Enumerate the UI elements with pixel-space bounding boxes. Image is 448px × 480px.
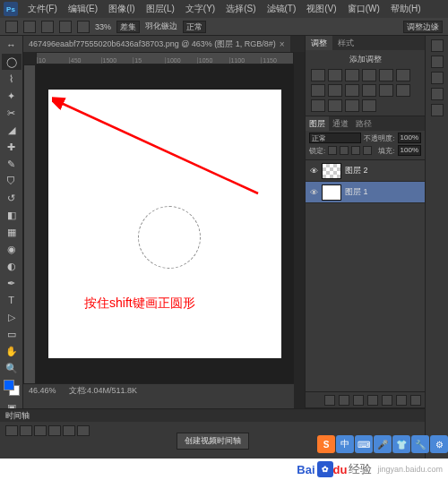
selection-mode[interactable]: 差集 [116, 21, 140, 33]
adjustment-layer-icon[interactable] [367, 395, 378, 406]
selmode-intersect[interactable] [77, 21, 90, 33]
ime-skin-icon[interactable]: 👕 [392, 435, 410, 453]
collapsed-panel-icon[interactable] [431, 72, 444, 84]
brightness-icon[interactable] [311, 69, 325, 81]
menu-type[interactable]: 文字(Y) [181, 3, 220, 15]
lock-all-icon[interactable] [363, 146, 372, 155]
hand-tool[interactable]: ✋ [2, 343, 22, 359]
document-tab[interactable]: 467496eaabf77555020b6436af38703.png @ 46… [23, 36, 290, 52]
first-frame-icon[interactable] [5, 425, 18, 436]
fg-color[interactable] [4, 380, 14, 390]
blur-tool[interactable]: ◉ [2, 241, 22, 257]
refine-edge-button[interactable]: 调整边缘 [403, 21, 443, 33]
bw-icon[interactable] [328, 84, 342, 97]
layer-name[interactable]: 图层 2 [345, 165, 368, 176]
group-icon[interactable] [382, 395, 392, 406]
pen-tool[interactable]: ✒ [2, 275, 22, 291]
adjustments-tab[interactable]: 调整 [306, 36, 332, 50]
layer-item[interactable]: 👁 图层 2 [306, 160, 425, 182]
layer-thumbnail[interactable] [322, 163, 341, 179]
zoom-level[interactable]: 46.46% [29, 386, 56, 395]
dodge-tool[interactable]: ◐ [2, 258, 22, 274]
menu-image[interactable]: 图像(I) [104, 3, 139, 15]
wand-tool[interactable]: ✦ [2, 88, 22, 104]
menu-help[interactable]: 帮助(H) [386, 3, 426, 15]
posterize-icon[interactable] [311, 99, 325, 112]
selmode-add[interactable] [41, 21, 54, 33]
selmode-sub[interactable] [59, 21, 72, 33]
styles-tab[interactable]: 样式 [332, 36, 359, 50]
layer-thumbnail[interactable] [322, 184, 341, 201]
hue-icon[interactable] [396, 69, 410, 81]
layer-item[interactable]: 👁 图层 1 [306, 182, 425, 203]
tool-preset-icon[interactable] [5, 21, 18, 33]
lock-position-icon[interactable] [351, 146, 360, 155]
brush-tool[interactable]: ✎ [2, 156, 22, 172]
shape-tool[interactable]: ▭ [2, 326, 22, 342]
lock-pixels-icon[interactable] [340, 146, 349, 155]
blend-mode-select[interactable]: 正常 [309, 133, 361, 143]
type-tool[interactable]: T [2, 292, 22, 308]
ime-toolbox-icon[interactable]: 🔧 [411, 435, 429, 453]
blend-mode[interactable]: 正常 [183, 21, 206, 33]
link-icon[interactable] [324, 395, 335, 406]
move-tool[interactable]: ↔ [2, 37, 22, 53]
menu-file[interactable]: 文件(F) [23, 3, 62, 15]
crop-tool[interactable]: ✂ [2, 105, 22, 121]
mask-icon[interactable] [353, 395, 364, 406]
curves-icon[interactable] [345, 69, 359, 81]
layers-tab[interactable]: 图层 [306, 116, 329, 131]
fx-icon[interactable] [339, 395, 349, 406]
menu-window[interactable]: 窗口(W) [343, 3, 384, 15]
audio-icon[interactable] [63, 425, 75, 436]
prev-frame-icon[interactable] [20, 425, 32, 436]
visibility-icon[interactable]: 👁 [306, 167, 322, 176]
vibrance-icon[interactable] [379, 69, 393, 81]
layer-name[interactable]: 图层 1 [345, 186, 368, 198]
paths-tab[interactable]: 路径 [352, 116, 375, 131]
ime-keyboard-icon[interactable]: ⌨ [355, 435, 373, 453]
menu-filter[interactable]: 滤镜(T) [263, 3, 301, 15]
collapsed-panel-icon[interactable] [431, 39, 444, 52]
threshold-icon[interactable] [328, 99, 342, 112]
heal-tool[interactable]: ✚ [2, 139, 22, 155]
fill-input[interactable]: 100% [398, 145, 421, 156]
invert-icon[interactable] [396, 84, 410, 97]
close-tab-icon[interactable]: × [280, 39, 285, 49]
marquee-tool[interactable]: ◯ [2, 54, 22, 70]
history-brush-tool[interactable]: ↺ [2, 190, 22, 206]
lock-transparency-icon[interactable] [328, 146, 337, 155]
path-select-tool[interactable]: ▷ [2, 309, 22, 325]
channelmixer-icon[interactable] [362, 84, 376, 97]
sogou-icon[interactable]: S [317, 435, 335, 453]
lasso-tool[interactable]: ⌇ [2, 71, 22, 87]
canvas[interactable]: 按住shift键画正圆形 [48, 90, 281, 358]
ime-zhong-icon[interactable]: 中 [336, 435, 354, 453]
exposure-icon[interactable] [362, 69, 376, 81]
menu-view[interactable]: 视图(V) [302, 3, 340, 15]
selective-icon[interactable] [362, 99, 376, 112]
gradient-tool[interactable]: ▦ [2, 224, 22, 240]
colorlookup-icon[interactable] [379, 84, 393, 97]
opacity-input[interactable]: 100% [398, 133, 421, 143]
timeline-tab[interactable]: 时间轴 [0, 409, 425, 422]
ime-settings-icon[interactable]: ⚙ [430, 435, 448, 453]
ime-mic-icon[interactable]: 🎤 [374, 435, 392, 453]
photofilter-icon[interactable] [345, 84, 359, 97]
menu-select[interactable]: 选择(S) [221, 3, 260, 15]
stamp-tool[interactable]: ⛉ [2, 173, 22, 189]
channels-tab[interactable]: 通道 [329, 116, 352, 131]
menu-layer[interactable]: 图层(L) [142, 3, 179, 15]
visibility-icon[interactable]: 👁 [306, 188, 322, 197]
color-swatch[interactable] [4, 380, 20, 396]
eyedropper-tool[interactable]: ◢ [2, 122, 22, 138]
levels-icon[interactable] [328, 69, 342, 81]
collapsed-panel-icon[interactable] [431, 88, 444, 100]
new-layer-icon[interactable] [396, 395, 407, 406]
collapsed-panel-icon[interactable] [431, 56, 444, 68]
eraser-tool[interactable]: ◧ [2, 207, 22, 223]
trash-icon[interactable] [410, 395, 421, 406]
create-timeline-button[interactable]: 创建视频时间轴 [177, 433, 249, 450]
menu-edit[interactable]: 编辑(E) [64, 3, 102, 15]
loop-icon[interactable] [77, 425, 90, 436]
